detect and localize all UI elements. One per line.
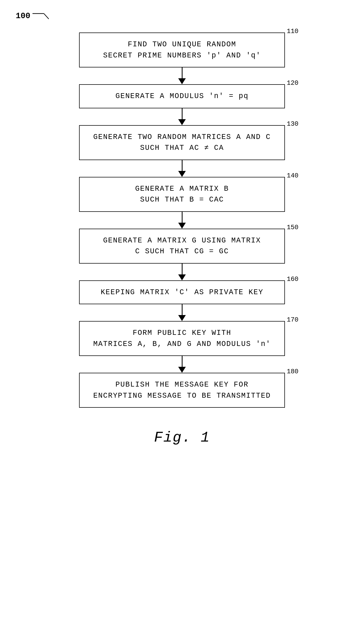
step-140-line2: SUCH THAT B = CAC bbox=[88, 194, 276, 205]
corner-mark-170 bbox=[279, 321, 285, 327]
arrow-1 bbox=[178, 67, 186, 84]
step-170-line1: FORM PUBLIC KEY WITH bbox=[88, 328, 276, 339]
bracket-icon bbox=[30, 11, 52, 21]
step-150-box: GENERATE A MATRIX G USING MATRIX C SUCH … bbox=[79, 229, 285, 264]
arrow-3 bbox=[178, 160, 186, 177]
arrow-line-2 bbox=[182, 108, 183, 119]
step-110-box: FIND TWO UNIQUE RANDOM SECRET PRIME NUMB… bbox=[79, 33, 285, 67]
step-150-wrapper: GENERATE A MATRIX G USING MATRIX C SUCH … bbox=[79, 229, 285, 264]
step-110-line1: FIND TWO UNIQUE RANDOM bbox=[88, 39, 276, 50]
arrow-6 bbox=[178, 304, 186, 321]
step-110-wrapper: FIND TWO UNIQUE RANDOM SECRET PRIME NUMB… bbox=[79, 33, 285, 67]
step-160-label: 160 bbox=[287, 276, 298, 283]
figure-100-label: 100 bbox=[16, 11, 52, 21]
arrow-head-1 bbox=[178, 78, 186, 84]
corner-mark-110 bbox=[279, 33, 285, 38]
arrow-line-7 bbox=[182, 356, 183, 367]
figure-100-text: 100 bbox=[16, 11, 30, 21]
step-140-wrapper: GENERATE A MATRIX B SUCH THAT B = CAC 14… bbox=[79, 177, 285, 212]
step-140-line1: GENERATE A MATRIX B bbox=[88, 183, 276, 195]
step-180-wrapper: PUBLISH THE MESSAGE KEY FOR ENCRYPTING M… bbox=[79, 373, 285, 408]
corner-mark-140 bbox=[279, 177, 285, 183]
step-110-label: 110 bbox=[287, 28, 298, 35]
arrow-line-6 bbox=[182, 304, 183, 315]
arrow-line-4 bbox=[182, 212, 183, 223]
step-140-label: 140 bbox=[287, 172, 298, 179]
flowchart: FIND TWO UNIQUE RANDOM SECRET PRIME NUMB… bbox=[76, 33, 288, 446]
step-160-box: KEEPING MATRIX 'C' AS PRIVATE KEY bbox=[79, 280, 285, 304]
arrow-line-5 bbox=[182, 264, 183, 274]
step-180-line1: PUBLISH THE MESSAGE KEY FOR bbox=[88, 379, 276, 390]
step-170-wrapper: FORM PUBLIC KEY WITH MATRICES A, B, AND … bbox=[79, 321, 285, 356]
fig-label: Fig. 1 bbox=[154, 429, 210, 446]
corner-mark-150 bbox=[279, 229, 285, 235]
step-150-line2: C SUCH THAT CG = GC bbox=[88, 246, 276, 257]
diagram-container: 100 FIND TWO UNIQUE RANDOM SECRET PRIME … bbox=[0, 0, 364, 619]
step-120-label: 120 bbox=[287, 79, 298, 87]
arrow-head-2 bbox=[178, 119, 186, 125]
arrow-2 bbox=[178, 108, 186, 125]
step-120-line1: GENERATE A MODULUS 'n' = pq bbox=[88, 91, 276, 102]
arrow-head-3 bbox=[178, 171, 186, 177]
arrow-head-5 bbox=[178, 274, 186, 280]
step-110-line2: SECRET PRIME NUMBERS 'p' AND 'q' bbox=[88, 50, 276, 61]
step-130-box: GENERATE TWO RANDOM MATRICES A AND C SUC… bbox=[79, 125, 285, 160]
arrow-7 bbox=[178, 356, 186, 373]
step-150-label: 150 bbox=[287, 224, 298, 231]
step-130-line2: SUCH THAT AC ≠ CA bbox=[88, 142, 276, 154]
step-130-label: 130 bbox=[287, 120, 298, 128]
step-170-label: 170 bbox=[287, 316, 298, 323]
step-130-line1: GENERATE TWO RANDOM MATRICES A AND C bbox=[88, 132, 276, 143]
step-120-box: GENERATE A MODULUS 'n' = pq bbox=[79, 84, 285, 108]
arrow-head-4 bbox=[178, 223, 186, 229]
step-170-box: FORM PUBLIC KEY WITH MATRICES A, B, AND … bbox=[79, 321, 285, 356]
svg-line-1 bbox=[44, 14, 49, 19]
corner-mark-160 bbox=[279, 280, 285, 286]
corner-mark-130 bbox=[279, 125, 285, 131]
step-140-box: GENERATE A MATRIX B SUCH THAT B = CAC bbox=[79, 177, 285, 212]
corner-mark-180 bbox=[279, 373, 285, 379]
arrow-5 bbox=[178, 264, 186, 280]
arrow-line-3 bbox=[182, 160, 183, 171]
step-160-line1: KEEPING MATRIX 'C' AS PRIVATE KEY bbox=[88, 287, 276, 298]
step-180-label: 180 bbox=[287, 368, 298, 375]
step-130-wrapper: GENERATE TWO RANDOM MATRICES A AND C SUC… bbox=[79, 125, 285, 160]
arrow-line-1 bbox=[182, 67, 183, 78]
corner-mark-120 bbox=[279, 84, 285, 90]
arrow-4 bbox=[178, 212, 186, 229]
step-150-line1: GENERATE A MATRIX G USING MATRIX bbox=[88, 235, 276, 246]
step-180-box: PUBLISH THE MESSAGE KEY FOR ENCRYPTING M… bbox=[79, 373, 285, 408]
step-170-line2: MATRICES A, B, AND G AND MODULUS 'n' bbox=[88, 339, 276, 350]
arrow-head-7 bbox=[178, 367, 186, 373]
arrow-head-6 bbox=[178, 315, 186, 321]
step-180-line2: ENCRYPTING MESSAGE TO BE TRANSMITTED bbox=[88, 390, 276, 401]
step-120-wrapper: GENERATE A MODULUS 'n' = pq 120 bbox=[79, 84, 285, 108]
step-160-wrapper: KEEPING MATRIX 'C' AS PRIVATE KEY 160 bbox=[79, 280, 285, 304]
